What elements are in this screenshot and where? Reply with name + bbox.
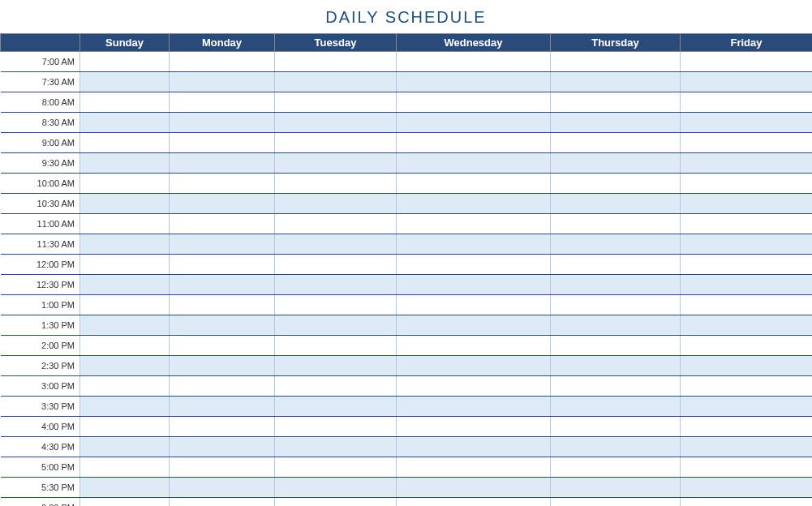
schedule-cell[interactable] [80,133,170,153]
schedule-cell[interactable] [551,376,681,397]
schedule-cell[interactable] [551,336,681,356]
schedule-cell[interactable] [397,133,551,153]
schedule-cell[interactable] [397,397,551,417]
schedule-cell[interactable] [80,478,170,498]
schedule-cell[interactable] [275,255,397,275]
schedule-cell[interactable] [170,52,275,72]
schedule-cell[interactable] [551,417,681,437]
schedule-cell[interactable] [551,153,681,174]
schedule-cell[interactable] [551,133,681,153]
schedule-cell[interactable] [551,397,681,417]
schedule-cell[interactable] [80,376,170,397]
schedule-cell[interactable] [275,498,397,507]
schedule-cell[interactable] [681,255,813,275]
schedule-cell[interactable] [551,275,681,295]
schedule-cell[interactable] [397,234,551,255]
schedule-cell[interactable] [80,315,170,336]
schedule-cell[interactable] [275,356,397,376]
schedule-cell[interactable] [80,153,170,174]
schedule-cell[interactable] [170,234,275,255]
schedule-cell[interactable] [681,356,813,376]
schedule-cell[interactable] [397,52,551,72]
schedule-cell[interactable] [551,194,681,214]
schedule-cell[interactable] [275,478,397,498]
schedule-cell[interactable] [275,336,397,356]
schedule-cell[interactable] [80,214,170,234]
schedule-cell[interactable] [80,255,170,275]
schedule-cell[interactable] [551,478,681,498]
schedule-cell[interactable] [170,174,275,194]
schedule-cell[interactable] [170,275,275,295]
schedule-cell[interactable] [397,356,551,376]
schedule-cell[interactable] [681,194,813,214]
schedule-cell[interactable] [80,92,170,113]
schedule-cell[interactable] [397,417,551,437]
schedule-cell[interactable] [275,133,397,153]
schedule-cell[interactable] [275,295,397,315]
schedule-cell[interactable] [80,356,170,376]
schedule-cell[interactable] [170,92,275,113]
schedule-cell[interactable] [681,417,813,437]
schedule-cell[interactable] [80,52,170,72]
schedule-cell[interactable] [275,113,397,133]
schedule-cell[interactable] [551,255,681,275]
schedule-cell[interactable] [681,113,813,133]
schedule-cell[interactable] [681,478,813,498]
schedule-cell[interactable] [275,417,397,437]
schedule-cell[interactable] [397,214,551,234]
schedule-cell[interactable] [80,194,170,214]
schedule-cell[interactable] [551,72,681,92]
schedule-cell[interactable] [275,72,397,92]
schedule-cell[interactable] [681,437,813,457]
schedule-cell[interactable] [681,72,813,92]
schedule-cell[interactable] [170,457,275,478]
schedule-cell[interactable] [80,174,170,194]
schedule-cell[interactable] [275,234,397,255]
schedule-cell[interactable] [681,498,813,507]
schedule-cell[interactable] [551,52,681,72]
schedule-cell[interactable] [681,133,813,153]
schedule-cell[interactable] [551,174,681,194]
schedule-cell[interactable] [397,376,551,397]
schedule-cell[interactable] [681,275,813,295]
schedule-cell[interactable] [275,376,397,397]
schedule-cell[interactable] [80,275,170,295]
schedule-cell[interactable] [80,457,170,478]
schedule-cell[interactable] [397,478,551,498]
schedule-cell[interactable] [551,234,681,255]
schedule-cell[interactable] [275,92,397,113]
schedule-cell[interactable] [170,295,275,315]
schedule-cell[interactable] [681,52,813,72]
schedule-cell[interactable] [170,417,275,437]
schedule-cell[interactable] [170,214,275,234]
schedule-cell[interactable] [170,315,275,336]
schedule-cell[interactable] [397,437,551,457]
schedule-cell[interactable] [681,397,813,417]
schedule-cell[interactable] [275,52,397,72]
schedule-cell[interactable] [397,275,551,295]
schedule-cell[interactable] [80,295,170,315]
schedule-cell[interactable] [551,214,681,234]
schedule-cell[interactable] [170,194,275,214]
schedule-cell[interactable] [170,133,275,153]
schedule-cell[interactable] [275,174,397,194]
schedule-cell[interactable] [170,478,275,498]
schedule-cell[interactable] [170,255,275,275]
schedule-cell[interactable] [170,397,275,417]
schedule-cell[interactable] [80,498,170,507]
schedule-cell[interactable] [275,194,397,214]
schedule-cell[interactable] [397,255,551,275]
schedule-cell[interactable] [170,356,275,376]
schedule-cell[interactable] [681,214,813,234]
schedule-cell[interactable] [397,72,551,92]
schedule-cell[interactable] [80,397,170,417]
schedule-cell[interactable] [170,72,275,92]
schedule-cell[interactable] [397,315,551,336]
schedule-cell[interactable] [80,437,170,457]
schedule-cell[interactable] [170,437,275,457]
schedule-cell[interactable] [681,234,813,255]
schedule-cell[interactable] [397,457,551,478]
schedule-cell[interactable] [170,498,275,507]
schedule-cell[interactable] [681,174,813,194]
schedule-cell[interactable] [80,234,170,255]
